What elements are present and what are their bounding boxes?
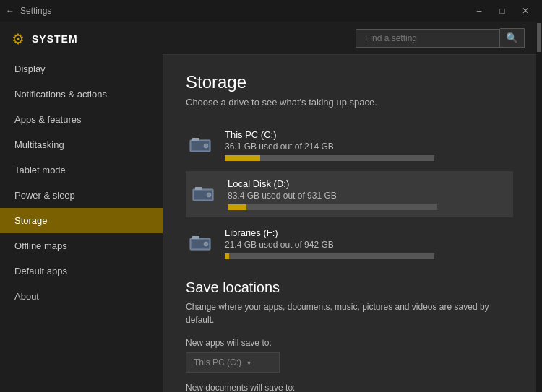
drive-bar-fill-d — [228, 204, 246, 210]
drive-info-c: This PC (C:) 36.1 GB used out of 214 GB — [225, 129, 513, 161]
page-subtitle: Choose a drive to see what's taking up s… — [186, 97, 513, 108]
sidebar-item-default[interactable]: Default apps — [0, 258, 163, 284]
svg-rect-7 — [195, 187, 202, 190]
drive-name-c: This PC (C:) — [225, 129, 513, 140]
save-location-documents: New documents will save to: This PC (C:)… — [186, 383, 513, 392]
sidebar-header: ⚙ SYSTEM — [0, 22, 163, 56]
sidebar-item-about[interactable]: About — [0, 284, 163, 309]
drive-bar-fill-f — [225, 253, 229, 259]
search-button[interactable]: 🔍 — [500, 28, 525, 48]
gear-icon: ⚙ — [12, 30, 25, 48]
sidebar-item-display[interactable]: Display — [0, 56, 163, 82]
save-locations-desc: Change where your apps, documents, music… — [186, 300, 513, 326]
drive-info-d: Local Disk (D:) 83.4 GB used out of 931 … — [228, 178, 513, 210]
drive-icon-d — [189, 181, 218, 207]
svg-rect-11 — [192, 236, 199, 239]
drive-icon-f — [186, 230, 215, 256]
drive-info-f: Libraries (F:) 21.4 GB used out of 942 G… — [225, 227, 513, 259]
drive-item-f[interactable]: Libraries (F:) 21.4 GB used out of 942 G… — [186, 220, 513, 266]
sidebar-item-notifications[interactable]: Notifications & actions — [0, 82, 163, 107]
drive-item-d[interactable]: Local Disk (D:) 83.4 GB used out of 931 … — [186, 171, 513, 217]
drive-bar-fill-c — [225, 155, 260, 161]
back-icon[interactable]: ← — [6, 6, 14, 16]
drive-usage-f: 21.4 GB used out of 942 GB — [225, 240, 513, 250]
maximize-button[interactable]: □ — [491, 4, 513, 18]
sidebar-item-offline[interactable]: Offline maps — [0, 233, 163, 258]
drive-name-d: Local Disk (D:) — [228, 178, 513, 189]
content-area: Storage Choose a drive to see what's tak… — [163, 55, 536, 392]
svg-rect-3 — [192, 138, 199, 141]
apps-save-label: New apps will save to: — [186, 338, 513, 348]
topbar: 🔍 — [163, 22, 536, 55]
system-label: SYSTEM — [32, 33, 78, 45]
sidebar-item-multitasking[interactable]: Multitasking — [0, 132, 163, 157]
close-button[interactable]: ✕ — [515, 4, 536, 18]
drive-item-c[interactable]: This PC (C:) 36.1 GB used out of 214 GB — [186, 122, 513, 168]
search-bar: 🔍 — [356, 28, 525, 48]
titlebar-title: Settings — [20, 6, 468, 16]
content-inner: Storage Choose a drive to see what's tak… — [163, 55, 536, 392]
sidebar-item-storage[interactable]: Storage — [0, 208, 163, 233]
window-controls: – □ ✕ — [468, 4, 536, 18]
search-input[interactable] — [356, 29, 500, 48]
sidebar-item-power[interactable]: Power & sleep — [0, 183, 163, 208]
apps-save-value: This PC (C:) — [194, 357, 241, 367]
sidebar-item-apps[interactable]: Apps & features — [0, 107, 163, 132]
scrollbar[interactable] — [536, 22, 542, 392]
drive-name-f: Libraries (F:) — [225, 227, 513, 238]
page-title: Storage — [186, 72, 513, 92]
main-area: 🔍 Storage Choose a drive to see what's t… — [163, 22, 536, 392]
drive-bar-bg-c — [225, 155, 434, 161]
svg-point-10 — [204, 242, 208, 246]
save-locations-title: Save locations — [186, 279, 513, 296]
drive-usage-d: 83.4 GB used out of 931 GB — [228, 191, 513, 201]
drive-icon-c — [186, 132, 215, 158]
sidebar-nav: Display Notifications & actions Apps & f… — [0, 56, 163, 392]
drive-bar-bg-d — [228, 204, 437, 210]
minimize-button[interactable]: – — [468, 4, 490, 18]
apps-dropdown-arrow: ▾ — [247, 359, 251, 367]
docs-save-label: New documents will save to: — [186, 383, 513, 392]
drive-usage-c: 36.1 GB used out of 214 GB — [225, 141, 513, 152]
svg-point-6 — [207, 193, 211, 197]
apps-save-dropdown[interactable]: This PC (C:) ▾ — [186, 352, 280, 373]
save-location-apps: New apps will save to: This PC (C:) ▾ — [186, 338, 513, 383]
sidebar-item-tablet[interactable]: Tablet mode — [0, 157, 163, 183]
titlebar: ← Settings – □ ✕ — [0, 0, 542, 22]
svg-point-2 — [204, 144, 208, 148]
sidebar: ⚙ SYSTEM Display Notifications & actions… — [0, 22, 163, 392]
drive-bar-bg-f — [225, 253, 434, 259]
scroll-thumb[interactable] — [537, 23, 541, 52]
